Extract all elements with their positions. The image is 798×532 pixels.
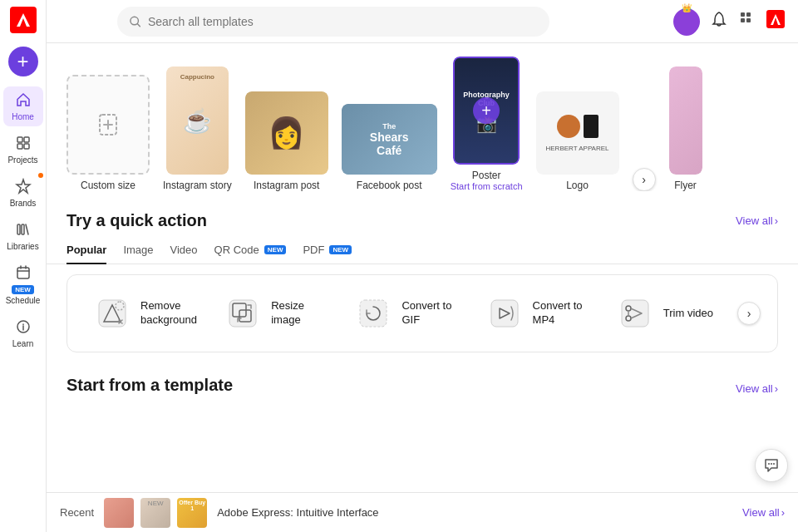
svg-rect-13 [746,12,751,17]
sidebar-item-home[interactable]: Home [3,86,43,126]
remove-bg-label: Remove background [140,299,204,328]
schedule-icon [15,264,32,283]
facebook-post-thumb: The Shears Café [342,104,437,175]
quick-actions-card: Remove background Resize image [66,274,778,352]
schedule-new-badge: NEW [12,285,34,294]
start-template-section: Start from a template View all › [47,362,798,395]
sidebar-item-libraries[interactable]: Libraries [3,216,43,256]
svg-rect-12 [741,12,745,17]
add-button[interactable]: + [8,47,38,76]
tab-video[interactable]: Video [170,237,198,264]
template-item-poster[interactable]: Photography Club 📸 + Poster Start from s… [451,57,523,191]
custom-size-label: Custom size [81,180,135,191]
brands-icon [15,178,32,197]
templates-section: Custom size Cappucino ☕ Instagram story [47,43,798,198]
svg-rect-30 [622,300,648,327]
pdf-new-badge: NEW [329,245,352,254]
svg-rect-14 [741,18,745,22]
recent-view-all[interactable]: View all › [742,506,785,519]
tab-image[interactable]: Image [123,237,153,264]
recent-bar: Recent NEW Offer Buy 1 Adobe Express: In… [47,492,798,532]
sidebar-item-projects[interactable]: Projects [3,130,43,170]
action-trim-video[interactable]: Trim video [607,288,737,338]
logo-thumb: HERBERT APPAREL [536,91,619,175]
tab-qr-code[interactable]: QR Code NEW [214,237,287,264]
quick-actions-title: Try a quick action [66,211,207,230]
template-item-facebook-post[interactable]: The Shears Café Facebook post [342,104,437,191]
trim-video-label: Trim video [663,307,713,321]
content-area: Custom size Cappucino ☕ Instagram story [47,43,798,532]
adobe-apps-icon[interactable] [766,10,785,32]
instagram-story-label: Instagram story [163,180,232,191]
recent-thumb-3[interactable]: Offer Buy 1 [177,498,207,528]
svg-point-34 [768,463,770,465]
avatar: 👑 [673,8,700,35]
template-item-custom-size[interactable]: Custom size [66,75,150,191]
sidebar: + Home Projects Brands [0,0,47,532]
recent-thumb-2[interactable]: NEW [140,498,170,528]
quick-actions-tabs: Popular Image Video QR Code NEW PDF NEW [47,237,798,264]
learn-icon [15,318,32,337]
svg-rect-15 [746,18,751,22]
poster-label: Poster [472,170,501,181]
sidebar-item-brands-label: Brands [10,199,37,208]
sidebar-item-libraries-label: Libraries [7,242,38,251]
action-remove-background[interactable]: Remove background [84,288,214,338]
action-resize-image[interactable]: Resize image [214,288,345,338]
search-input[interactable] [148,15,538,28]
svg-rect-8 [22,224,24,234]
chat-bubble[interactable] [755,449,788,482]
templates-next-arrow[interactable]: › [633,168,656,191]
action-convert-gif[interactable]: Convert to GIF [345,288,475,338]
quick-actions-header: Try a quick action View all › [47,198,798,237]
template-item-instagram-post[interactable]: 👩 Instagram post [245,91,328,191]
custom-size-thumb [66,75,150,175]
sidebar-item-learn-label: Learn [12,339,34,348]
svg-rect-7 [17,224,20,234]
sidebar-item-schedule[interactable]: NEW Schedule [3,259,43,310]
search-bar[interactable] [117,7,549,37]
sidebar-item-learn[interactable]: Learn [3,313,43,353]
flyer-label: Flyer [674,180,697,191]
svg-rect-4 [17,144,22,149]
convert-gif-icon [355,295,392,332]
quick-actions-view-all[interactable]: View all › [736,214,778,227]
projects-icon [15,135,32,154]
svg-rect-2 [17,137,22,142]
adobe-logo [10,7,37,33]
svg-rect-9 [17,268,29,278]
template-item-flyer[interactable]: Flyer [669,66,702,191]
recent-thumb-1[interactable] [104,498,134,528]
svg-point-35 [771,463,772,465]
poster-add-btn[interactable]: + [473,97,500,124]
svg-rect-26 [360,300,387,327]
recent-item-title: Adobe Express: Intuitive Interface [217,506,732,519]
instagram-post-thumb: 👩 [245,91,328,175]
start-template-view-all[interactable]: View all › [736,382,778,395]
tab-popular[interactable]: Popular [66,237,106,264]
apps-icon[interactable] [738,10,756,32]
notification-icon[interactable] [710,10,728,32]
sidebar-item-brands[interactable]: Brands [3,173,43,213]
templates-row: Custom size Cappucino ☕ Instagram story [66,57,778,191]
convert-mp4-label: Convert to MP4 [533,299,597,328]
search-icon [129,15,141,28]
template-item-logo[interactable]: HERBERT APPAREL Logo [536,91,619,191]
instagram-story-thumb: Cappucino ☕ [166,66,229,175]
action-convert-mp4[interactable]: Convert to MP4 [476,288,607,338]
recent-label: Recent [60,506,94,519]
resize-icon [224,295,261,332]
start-template-title: Start from a template [66,376,233,395]
tab-pdf[interactable]: PDF NEW [303,237,352,264]
actions-next-arrow[interactable]: › [737,302,761,325]
facebook-post-label: Facebook post [357,180,422,191]
template-item-instagram-story[interactable]: Cappucino ☕ Instagram story [163,66,232,191]
flyer-thumb [669,66,702,175]
svg-point-36 [773,463,775,465]
poster-sublabel[interactable]: Start from scratch [451,181,523,191]
svg-rect-0 [10,7,37,33]
svg-marker-6 [17,180,30,193]
libraries-icon [15,221,32,240]
svg-rect-28 [491,300,518,327]
home-icon [15,91,32,111]
